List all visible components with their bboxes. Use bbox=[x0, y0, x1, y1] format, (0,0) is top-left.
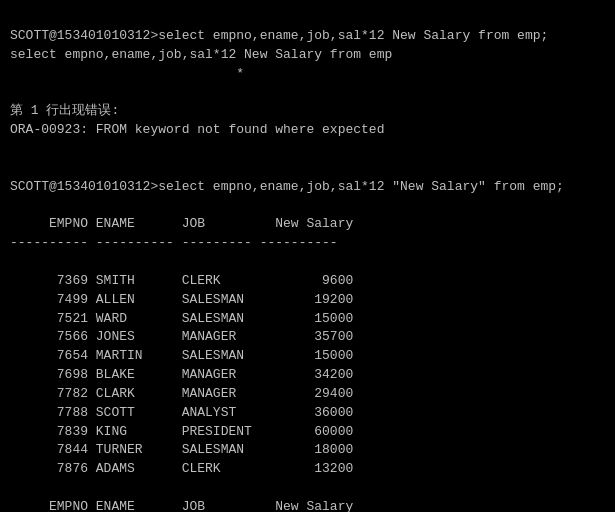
error-message: ORA-00923: FROM keyword not found where … bbox=[10, 122, 384, 137]
row-7521: 7521 WARD SALESMAN 15000 bbox=[10, 311, 353, 326]
table-divider-1: ---------- ---------- --------- --------… bbox=[10, 235, 338, 250]
row-7782: 7782 CLARK MANAGER 29400 bbox=[10, 386, 353, 401]
table-header-1: EMPNO ENAME JOB New Salary bbox=[10, 216, 353, 231]
row-7844: 7844 TURNER SALESMAN 18000 bbox=[10, 442, 353, 457]
error-label: 第 1 行出现错误: bbox=[10, 103, 119, 118]
row-7499: 7499 ALLEN SALESMAN 19200 bbox=[10, 292, 353, 307]
line-3: * bbox=[10, 66, 244, 81]
line-1: SCOTT@153401010312>select empno,ename,jo… bbox=[10, 28, 548, 43]
row-7698: 7698 BLAKE MANAGER 34200 bbox=[10, 367, 353, 382]
row-7369: 7369 SMITH CLERK 9600 bbox=[10, 273, 353, 288]
line-2: select empno,ename,job,sal*12 New Salary… bbox=[10, 47, 392, 62]
row-7788: 7788 SCOTT ANALYST 36000 bbox=[10, 405, 353, 420]
row-7654: 7654 MARTIN SALESMAN 15000 bbox=[10, 348, 353, 363]
row-7876: 7876 ADAMS CLERK 13200 bbox=[10, 461, 353, 476]
table-header-2: EMPNO ENAME JOB New Salary bbox=[10, 499, 353, 512]
prompt-2: SCOTT@153401010312>select empno,ename,jo… bbox=[10, 179, 564, 194]
terminal-window: SCOTT@153401010312>select empno,ename,jo… bbox=[10, 8, 605, 512]
row-7839: 7839 KING PRESIDENT 60000 bbox=[10, 424, 353, 439]
row-7566: 7566 JONES MANAGER 35700 bbox=[10, 329, 353, 344]
